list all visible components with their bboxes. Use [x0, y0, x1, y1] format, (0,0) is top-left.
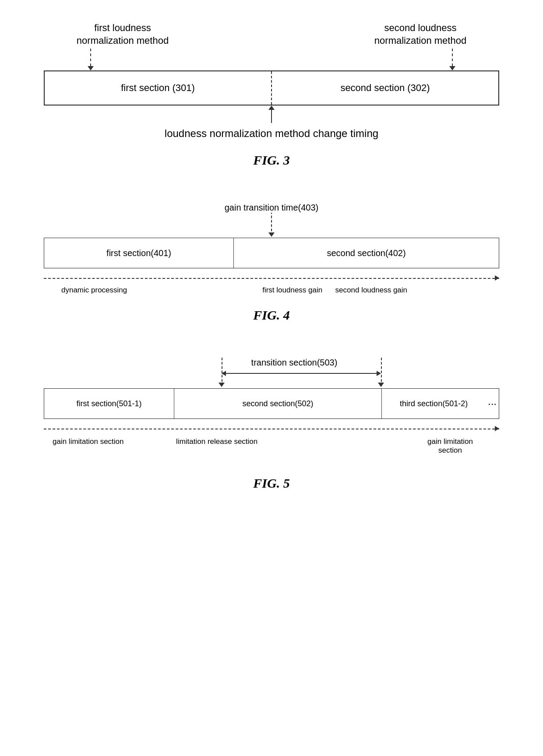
fig4-arrow-head — [268, 232, 275, 237]
fig3-arrow-left — [88, 49, 94, 70]
fig4-timeline-labels: dynamic processing first loudness gain s… — [44, 286, 499, 299]
fig5-gain-lim-2: gain limitation section — [427, 437, 473, 455]
fig3-divider — [271, 71, 272, 105]
fig5-section-2: second section(502) — [174, 389, 382, 418]
fig5-title: FIG. 5 — [31, 476, 512, 491]
fig4-sections-box: first section(401) second section(402) — [44, 238, 499, 268]
fig5-transition-label: transition section(503) — [248, 358, 341, 368]
fig5-diagram: transition section(503) first section(50… — [31, 353, 512, 521]
fig4-gain-header: gain transition time(403) — [44, 203, 499, 238]
fig5-gain-lim-1: gain limitation section — [53, 437, 124, 446]
fig5-arrow-head-right — [378, 383, 384, 387]
fig3-section-left: first section (301) — [45, 71, 271, 105]
fig5-limit-release: limitation release section — [176, 437, 257, 446]
fig3-label-left: first loudness normalization method — [77, 22, 169, 47]
fig5-section-1: first section(501-1) — [44, 389, 174, 418]
fig4-timeline — [44, 272, 499, 285]
fig5-dots: ··· — [486, 389, 499, 418]
fig3-labels-row: first loudness normalization method seco… — [31, 22, 512, 47]
fig5-arrow-head-left — [219, 383, 225, 387]
fig3-section-right: second section (302) — [272, 71, 498, 105]
fig3-sections-box: first section (301) second section (302) — [44, 70, 499, 105]
fig3-arrow-right — [449, 49, 455, 70]
fig4-dynamic-label: dynamic processing — [61, 286, 127, 295]
fig5-section-3: third section(501-2) — [382, 389, 486, 418]
fig3-timing-arrow — [44, 105, 499, 123]
fig5-timeline-labels: gain limitation section limitation relea… — [44, 436, 499, 463]
fig5-sections-box: first section(501-1) second section(502)… — [44, 388, 499, 419]
fig5-vert-right — [381, 358, 382, 386]
fig5-bidirectional-arrow — [222, 371, 381, 376]
fig3-arrows — [31, 49, 512, 70]
fig4-diagram: gain transition time(403) first section(… — [31, 198, 512, 353]
fig4-section-right: second section(402) — [234, 238, 499, 268]
fig5-transition-header: transition section(503) — [44, 358, 499, 388]
fig3-diagram: first loudness normalization method seco… — [31, 9, 512, 198]
fig3-title: FIG. 3 — [31, 153, 512, 168]
fig4-first-gain-label: first loudness gain — [262, 286, 322, 295]
fig5-timeline — [44, 422, 499, 436]
fig3-label-right: second loudness normalization method — [374, 22, 466, 47]
fig4-title: FIG. 4 — [31, 308, 512, 323]
fig4-gain-transition-label: gain transition time(403) — [221, 203, 322, 213]
fig3-timing-label: loudness normalization method change tim… — [31, 127, 512, 140]
fig4-section-left: first section(401) — [44, 238, 234, 268]
fig4-second-gain-label: second loudness gain — [335, 286, 407, 295]
